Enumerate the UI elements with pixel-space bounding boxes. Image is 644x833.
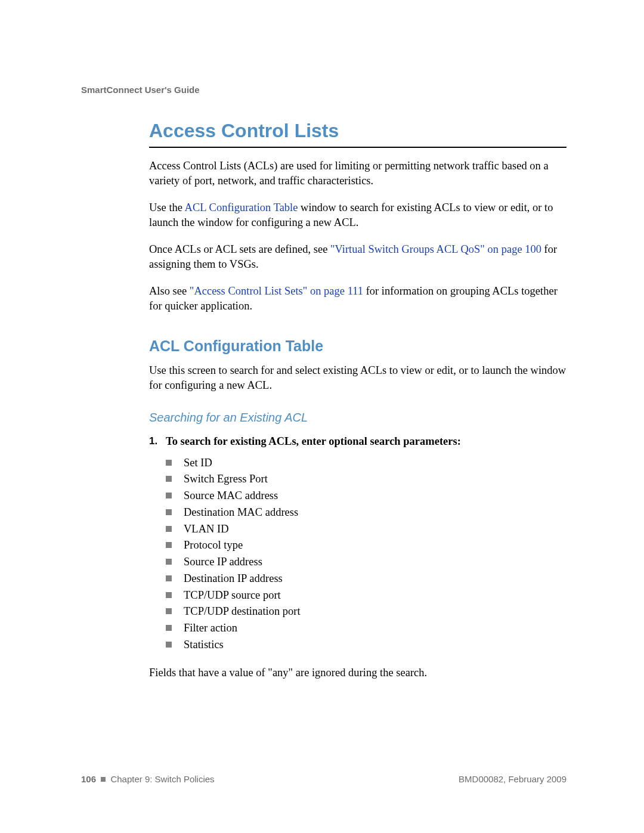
list-item: Source IP address: [166, 554, 566, 571]
content-area: Access Control Lists Access Control List…: [149, 120, 566, 680]
running-header: SmartConnect User's Guide: [81, 85, 566, 95]
list-item: TCP/UDP destination port: [166, 603, 566, 620]
list-item: Set ID: [166, 455, 566, 472]
list-item: Statistics: [166, 637, 566, 654]
list-item: Protocol type: [166, 537, 566, 554]
use-pre: Use the: [149, 202, 185, 213]
list-item: Source MAC address: [166, 488, 566, 504]
square-bullet-icon: [101, 777, 106, 782]
search-params-list: Set ID Switch Egress Port Source MAC add…: [166, 455, 566, 654]
subsection-heading: Searching for an Existing ACL: [149, 411, 566, 425]
step-number: 1.: [149, 435, 166, 448]
section-body: Use this screen to search for and select…: [149, 363, 566, 393]
list-item: Destination IP address: [166, 571, 566, 587]
intro-paragraph: Access Control Lists (ACLs) are used for…: [149, 159, 566, 188]
list-item: VLAN ID: [166, 521, 566, 538]
step-1: 1. To search for existing ACLs, enter op…: [149, 435, 566, 448]
use-paragraph: Use the ACL Configuration Table window t…: [149, 200, 566, 230]
page-number: 106: [81, 774, 96, 784]
vsg-acl-qos-link[interactable]: "Virtual Switch Groups ACL QoS" on page …: [330, 243, 541, 255]
once-pre: Once ACLs or ACL sets are defined, see: [149, 243, 330, 255]
step-text: To search for existing ACLs, enter optio…: [166, 435, 461, 448]
also-pre: Also see: [149, 285, 190, 297]
list-item: TCP/UDP source port: [166, 587, 566, 604]
acl-sets-link[interactable]: "Access Control List Sets" on page 111: [190, 285, 363, 297]
footer-right: BMD00082, February 2009: [459, 774, 566, 784]
chapter-label: Chapter 9: Switch Policies: [110, 774, 214, 784]
page-footer: 106 Chapter 9: Switch Policies BMD00082,…: [81, 774, 566, 784]
acl-config-table-link[interactable]: ACL Configuration Table: [185, 202, 298, 213]
section-heading: ACL Configuration Table: [149, 337, 566, 355]
footer-left: 106 Chapter 9: Switch Policies: [81, 774, 215, 784]
list-item: Switch Egress Port: [166, 471, 566, 488]
once-paragraph: Once ACLs or ACL sets are defined, see "…: [149, 242, 566, 272]
list-item: Destination MAC address: [166, 504, 566, 521]
note-paragraph: Fields that have a value of "any" are ig…: [149, 665, 566, 680]
also-paragraph: Also see "Access Control List Sets" on p…: [149, 284, 566, 314]
list-item: Filter action: [166, 620, 566, 637]
page-title: Access Control Lists: [149, 120, 566, 142]
title-rule: [149, 147, 566, 148]
